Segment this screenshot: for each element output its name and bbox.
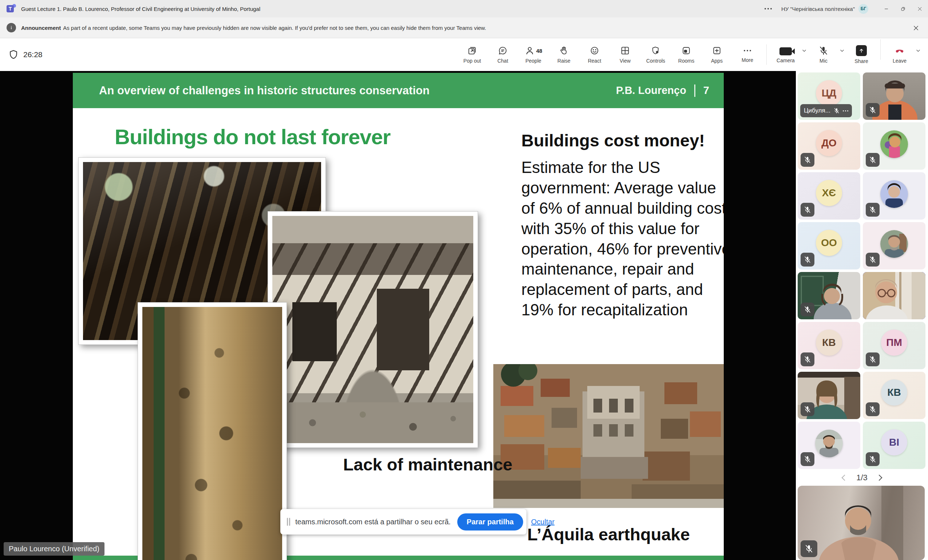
active-speaker-tile[interactable] bbox=[863, 272, 925, 319]
mic-muted-badge bbox=[866, 203, 879, 217]
slide-heading: Buildings do not last forever bbox=[114, 125, 390, 149]
slide-caption-laquila: L’Áquila earthquake bbox=[493, 524, 724, 544]
popout-button[interactable]: Pop out bbox=[457, 39, 487, 70]
mic-muted-badge bbox=[801, 203, 814, 217]
banner-close-icon[interactable] bbox=[911, 23, 922, 34]
view-button[interactable]: View bbox=[610, 39, 640, 70]
participant-avatar bbox=[880, 180, 908, 208]
people-count: 48 bbox=[536, 48, 542, 54]
mic-muted-badge bbox=[801, 402, 814, 416]
minimize-button[interactable] bbox=[878, 0, 894, 17]
mic-muted-badge bbox=[801, 153, 814, 167]
stop-sharing-button[interactable]: Parar partilha bbox=[457, 513, 523, 531]
photo-laquila-earthquake bbox=[493, 364, 724, 508]
participant-tile[interactable]: ЦД Цибуля... bbox=[798, 72, 860, 120]
mic-muted-icon bbox=[818, 46, 829, 56]
slide-header-bar: An overview of challenges in historic st… bbox=[73, 73, 724, 108]
camera-button[interactable]: Camera bbox=[770, 39, 801, 70]
people-button[interactable]: 48 People bbox=[518, 39, 549, 70]
mic-button[interactable]: Mic bbox=[808, 39, 839, 70]
leave-chevron-icon[interactable] bbox=[916, 48, 921, 55]
hide-toast-link[interactable]: Ocultar bbox=[531, 518, 554, 526]
mic-muted-badge bbox=[866, 253, 879, 267]
pager-label: 1/3 bbox=[856, 473, 868, 482]
participant-name-pill: Цибуля... bbox=[800, 104, 852, 117]
participant-tile[interactable]: ВІ bbox=[863, 422, 925, 469]
mic-muted-badge bbox=[866, 352, 879, 366]
chat-button[interactable]: Chat bbox=[487, 39, 518, 70]
controls-button[interactable]: Controls bbox=[640, 39, 671, 70]
announcement-text: As part of a recent update, some Teams y… bbox=[63, 25, 486, 31]
participant-tile[interactable]: ХЄ bbox=[798, 172, 860, 220]
camera-icon bbox=[780, 47, 792, 55]
participant-tile[interactable] bbox=[863, 172, 925, 220]
slide-page-number: 7 bbox=[704, 84, 709, 96]
people-icon bbox=[525, 46, 535, 56]
spotlight-video-tile[interactable] bbox=[798, 486, 925, 560]
tenant-avatar[interactable]: БГ bbox=[858, 4, 868, 14]
participant-tile[interactable] bbox=[798, 272, 860, 319]
participant-initials: ХЄ bbox=[816, 180, 842, 206]
participant-initials: КВ bbox=[881, 379, 907, 406]
shield-icon bbox=[8, 49, 19, 60]
participant-avatar bbox=[880, 230, 908, 258]
participant-tile[interactable]: ДО bbox=[798, 122, 860, 170]
react-button[interactable]: React bbox=[579, 39, 610, 70]
close-button[interactable] bbox=[911, 0, 928, 17]
leave-call-icon bbox=[894, 46, 905, 56]
mic-muted-badge bbox=[801, 302, 814, 316]
participant-tile[interactable] bbox=[863, 122, 925, 170]
popout-icon bbox=[467, 46, 477, 56]
tile-more-icon[interactable] bbox=[843, 110, 848, 111]
photo-ruined-house bbox=[267, 211, 478, 448]
mic-muted-badge bbox=[801, 452, 814, 466]
view-icon bbox=[620, 46, 630, 56]
meeting-toolbar: 26:28 Pop out Chat 48 People Raise React… bbox=[0, 38, 928, 71]
screenshare-stage: An overview of challenges in historic st… bbox=[0, 71, 796, 560]
window-titlebar: T Guest Lecture 1. Paulo B. Lourenco, Pr… bbox=[0, 0, 928, 17]
photo-stone-column bbox=[137, 302, 287, 560]
participant-initials: ВІ bbox=[881, 429, 907, 456]
drag-handle-icon[interactable] bbox=[287, 518, 290, 526]
leave-button[interactable]: Leave bbox=[884, 39, 915, 70]
participant-tile[interactable]: КВ bbox=[798, 322, 860, 369]
share-toast-text: teams.microsoft.com está a partilhar o s… bbox=[295, 518, 451, 526]
participant-tile[interactable] bbox=[798, 422, 860, 469]
share-button[interactable]: Share bbox=[846, 39, 877, 70]
more-icon bbox=[744, 46, 751, 55]
rooms-button[interactable]: Rooms bbox=[671, 39, 702, 70]
mic-muted-badge bbox=[801, 352, 814, 366]
camera-chevron-icon[interactable] bbox=[802, 48, 807, 55]
titlebar-more-icon[interactable] bbox=[759, 8, 778, 9]
pager-prev-icon[interactable] bbox=[842, 475, 848, 481]
participant-initials: КВ bbox=[816, 330, 842, 356]
participant-tile[interactable] bbox=[798, 372, 860, 419]
chat-icon bbox=[498, 46, 508, 56]
slide-caption-maintenance: Lack of maintenance bbox=[304, 455, 551, 475]
pager-next-icon[interactable] bbox=[876, 475, 882, 481]
participant-tile[interactable]: КВ bbox=[863, 372, 925, 419]
browser-share-toast: teams.microsoft.com está a partilhar o s… bbox=[280, 509, 527, 534]
announcement-banner: Announcement As part of a recent update,… bbox=[0, 17, 928, 38]
participant-tile[interactable] bbox=[863, 72, 925, 120]
more-button[interactable]: More bbox=[732, 39, 763, 70]
raise-hand-icon bbox=[559, 46, 569, 56]
rooms-icon bbox=[681, 46, 691, 56]
apps-icon bbox=[712, 46, 722, 56]
participant-avatar bbox=[880, 130, 908, 158]
participant-tile[interactable]: ОО bbox=[798, 222, 860, 269]
apps-button[interactable]: Apps bbox=[702, 39, 732, 70]
mic-muted-badge bbox=[866, 103, 879, 117]
participant-tile[interactable]: ПМ bbox=[863, 322, 925, 369]
mic-muted-icon bbox=[833, 107, 840, 114]
react-icon bbox=[589, 46, 600, 56]
mic-chevron-icon[interactable] bbox=[839, 48, 845, 55]
restore-button[interactable] bbox=[894, 0, 911, 17]
participant-initials: ОО bbox=[816, 230, 842, 256]
controls-icon bbox=[650, 46, 661, 56]
slide-author: P.B. Lourenço bbox=[616, 84, 686, 96]
raise-hand-button[interactable]: Raise bbox=[549, 39, 579, 70]
slide-right-text: Estimate for the US government: Average … bbox=[521, 157, 724, 320]
teams-logo-icon: T bbox=[6, 4, 16, 14]
participant-tile[interactable] bbox=[863, 222, 925, 269]
